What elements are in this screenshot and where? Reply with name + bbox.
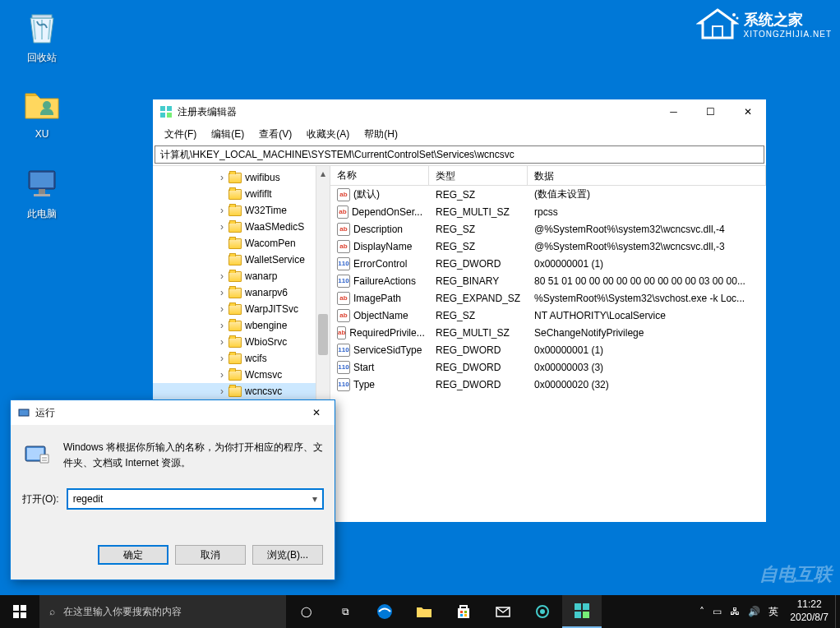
menu-file[interactable]: 文件(F) <box>158 126 203 143</box>
run-close-button[interactable]: ✕ <box>298 400 335 425</box>
regedit-menubar: 文件(F) 编辑(E) 查看(V) 收藏夹(A) 帮助(H) <box>153 124 766 144</box>
svg-rect-29 <box>575 603 581 610</box>
tree-item-vwifibus[interactable]: ›vwifibus <box>153 169 330 186</box>
watermark-top: 系统之家 XITONGZHIJIA.NET <box>696 7 833 41</box>
tray-chevron-icon[interactable]: ˄ <box>699 606 704 617</box>
taskbar-store[interactable] <box>444 595 483 628</box>
expand-icon[interactable]: › <box>217 369 227 381</box>
desktop-icon-user-folder[interactable]: XU <box>13 85 71 140</box>
run-browse-button[interactable]: 浏览(B)... <box>252 545 323 565</box>
tree-item-wbengine[interactable]: ›wbengine <box>153 317 330 334</box>
tree-item-label: WaaSMedicS <box>245 221 304 233</box>
folder-icon <box>228 386 242 397</box>
expand-icon[interactable]: › <box>217 221 227 233</box>
reg-str-icon: ab <box>337 223 350 236</box>
run-input[interactable] <box>67 489 323 509</box>
taskbar-search[interactable]: ⌕ 在这里输入你要搜索的内容 <box>39 595 286 628</box>
tray-volume-icon[interactable]: 🔊 <box>748 606 760 617</box>
tree-item-warpjitsvc[interactable]: ›WarpJITSvc <box>153 301 330 317</box>
tree-item-wanarp[interactable]: ›wanarp <box>153 268 330 284</box>
registry-value-row[interactable]: abDependOnSer...REG_MULTI_SZrpcss <box>330 203 766 220</box>
expand-icon[interactable]: › <box>217 287 227 298</box>
value-data: 0x00000020 (32) <box>528 379 766 390</box>
registry-value-row[interactable]: 110StartREG_DWORD0x00000003 (3) <box>330 358 766 376</box>
show-desktop-button[interactable] <box>835 595 840 628</box>
expand-icon[interactable]: › <box>217 270 227 282</box>
tree-item-waasmedics[interactable]: ›WaaSMedicS <box>153 219 330 235</box>
expand-icon[interactable]: › <box>217 172 227 183</box>
taskbar-edge[interactable] <box>365 595 404 628</box>
tree-item-wcifs[interactable]: ›wcifs <box>153 350 330 367</box>
taskbar-regedit[interactable] <box>562 595 602 628</box>
expand-icon[interactable]: › <box>217 336 227 348</box>
svg-rect-12 <box>167 113 172 118</box>
edge-icon <box>376 603 394 621</box>
registry-value-row[interactable]: abImagePathREG_EXPAND_SZ%SystemRoot%\Sys… <box>330 289 766 307</box>
run-titlebar[interactable]: 运行 ✕ <box>11 400 335 425</box>
column-type[interactable]: 类型 <box>429 166 528 185</box>
expand-icon[interactable]: › <box>217 353 227 364</box>
svg-rect-10 <box>167 106 172 111</box>
taskbar-clock[interactable]: 11:22 2020/8/7 <box>783 598 835 624</box>
expand-icon[interactable]: › <box>217 386 227 397</box>
tree-item-wacompen[interactable]: WacomPen <box>153 235 330 252</box>
value-data: (数值未设置) <box>528 187 766 201</box>
registry-value-row[interactable]: abRequiredPrivile...REG_MULTI_SZSeChange… <box>330 324 766 341</box>
expand-icon[interactable]: › <box>217 320 227 331</box>
system-tray[interactable]: ˄ ▭ 🖧 🔊 英 <box>695 595 783 628</box>
value-type: REG_SZ <box>429 224 528 235</box>
expand-icon[interactable]: › <box>217 205 227 216</box>
tray-network-icon[interactable]: 🖧 <box>730 606 740 617</box>
dropdown-icon[interactable]: ▾ <box>307 490 322 508</box>
registry-value-row[interactable]: 110ErrorControlREG_DWORD0x00000001 (1) <box>330 255 766 272</box>
regedit-titlebar[interactable]: 注册表编辑器 ─ ☐ ✕ <box>153 99 766 124</box>
minimize-button[interactable]: ─ <box>655 99 692 124</box>
tray-ime[interactable]: 英 <box>768 605 778 619</box>
svg-rect-31 <box>575 612 581 618</box>
registry-value-row[interactable]: 110ServiceSidTypeREG_DWORD0x00000001 (1) <box>330 341 766 358</box>
tree-item-wanarpv6[interactable]: ›wanarpv6 <box>153 284 330 301</box>
scroll-up-icon[interactable]: ▴ <box>316 166 330 180</box>
registry-value-row[interactable]: 110FailureActionsREG_BINARY80 51 01 00 0… <box>330 272 766 289</box>
regedit-addressbar[interactable]: 计算机\HKEY_LOCAL_MACHINE\SYSTEM\CurrentCon… <box>155 145 764 164</box>
tree-item-label: WbioSrvc <box>245 336 287 348</box>
desktop-icon-this-pc[interactable]: 此电脑 <box>13 164 71 221</box>
column-name[interactable]: 名称 <box>330 166 429 185</box>
tree-item-wcncsvc[interactable]: ›wcncsvc <box>153 383 330 399</box>
expand-icon[interactable]: › <box>217 303 227 315</box>
cortana-button[interactable]: ◯ <box>286 595 325 628</box>
menu-help[interactable]: 帮助(H) <box>358 126 404 143</box>
column-data[interactable]: 数据 <box>528 166 766 185</box>
maximize-button[interactable]: ☐ <box>692 99 729 124</box>
tray-people-icon[interactable]: ▭ <box>713 606 722 617</box>
reg-str-icon: ab <box>337 188 350 201</box>
run-combobox[interactable]: ▾ <box>67 489 323 509</box>
desktop-icon-recycle-bin[interactable]: 回收站 <box>13 8 71 65</box>
taskbar-mail[interactable] <box>483 595 523 628</box>
registry-value-row[interactable]: abDescriptionREG_SZ@%SystemRoot%\system3… <box>330 220 766 238</box>
run-cancel-button[interactable]: 取消 <box>175 545 246 565</box>
menu-view[interactable]: 查看(V) <box>252 126 298 143</box>
registry-value-row[interactable]: abDisplayNameREG_SZ@%SystemRoot%\system3… <box>330 238 766 255</box>
registry-value-row[interactable]: abObjectNameREG_SZNT AUTHORITY\LocalServ… <box>330 307 766 324</box>
scroll-thumb[interactable] <box>318 314 328 355</box>
folder-icon <box>228 370 242 381</box>
tree-item-label: wanarp <box>245 270 277 282</box>
value-type: REG_SZ <box>429 241 528 252</box>
tree-item-vwififlt[interactable]: vwififlt <box>153 186 330 202</box>
taskbar-explorer[interactable] <box>404 595 444 628</box>
taskview-button[interactable]: ⧉ <box>325 595 365 628</box>
menu-favorites[interactable]: 收藏夹(A) <box>300 126 356 143</box>
svg-rect-21 <box>458 608 469 618</box>
tree-item-walletservice[interactable]: WalletService <box>153 252 330 268</box>
start-button[interactable] <box>0 595 39 628</box>
menu-edit[interactable]: 编辑(E) <box>205 126 251 143</box>
close-button[interactable]: ✕ <box>729 99 766 124</box>
taskbar-settings[interactable] <box>523 595 562 628</box>
tree-item-wbiosrvc[interactable]: ›WbioSrvc <box>153 334 330 350</box>
tree-item-wcmsvc[interactable]: ›Wcmsvc <box>153 367 330 383</box>
registry-value-row[interactable]: ab(默认)REG_SZ(数值未设置) <box>330 186 766 203</box>
run-ok-button[interactable]: 确定 <box>98 545 168 565</box>
tree-item-w32time[interactable]: ›W32Time <box>153 202 330 219</box>
registry-value-row[interactable]: 110TypeREG_DWORD0x00000020 (32) <box>330 376 766 393</box>
